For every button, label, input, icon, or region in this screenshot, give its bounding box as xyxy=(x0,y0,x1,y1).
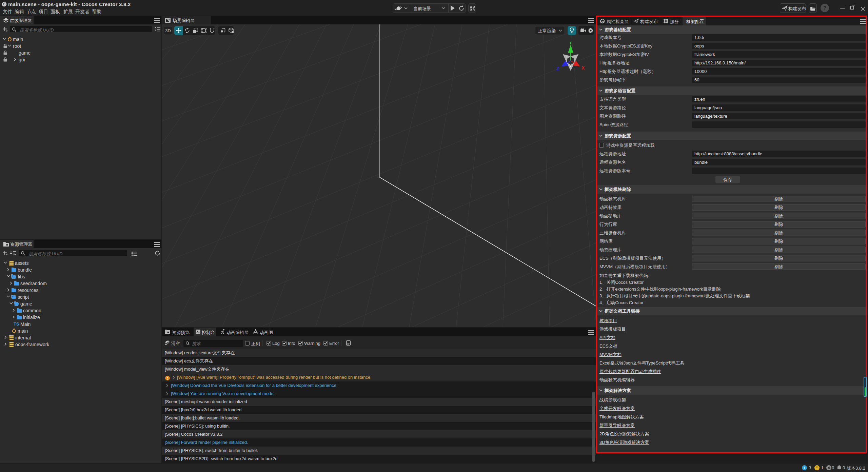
svg-text:Z: Z xyxy=(556,66,559,71)
svg-text:i: i xyxy=(804,466,805,470)
svg-text:Y: Y xyxy=(569,42,572,45)
svg-text:X: X xyxy=(581,65,585,71)
